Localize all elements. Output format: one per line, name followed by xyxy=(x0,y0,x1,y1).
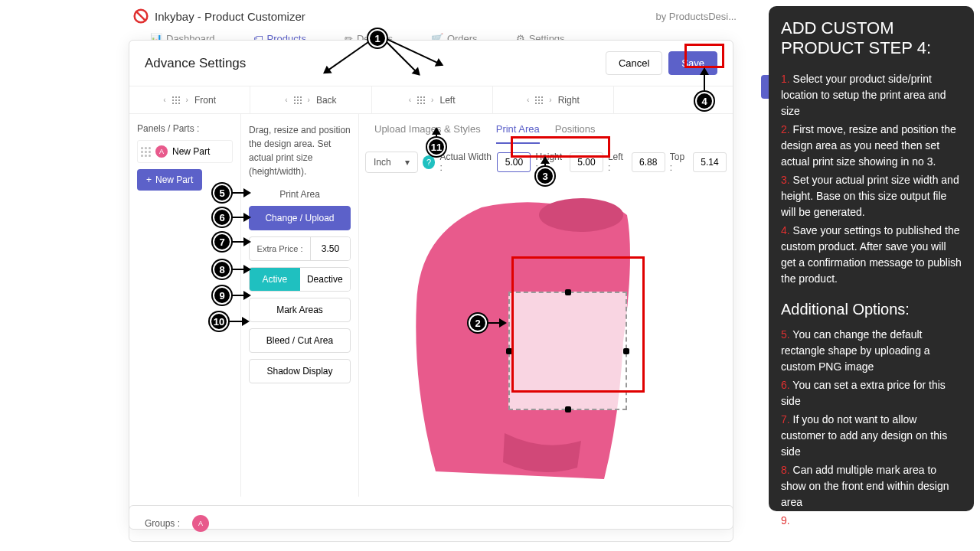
product-canvas[interactable] xyxy=(367,181,725,487)
callout-2: 2 xyxy=(469,314,487,332)
arrow xyxy=(704,69,705,92)
print-area-panel: Drag, resize and position the design are… xyxy=(240,114,359,497)
arrow xyxy=(487,322,505,324)
group-badge[interactable]: A xyxy=(192,515,209,532)
arrow xyxy=(231,241,250,243)
callout-11: 11 xyxy=(427,138,446,156)
app-logo-icon xyxy=(133,8,149,24)
part-badge: A xyxy=(155,145,168,158)
callout-6: 6 xyxy=(213,208,231,227)
groups-footer: Groups : A xyxy=(129,505,733,542)
side-tabs: ‹›Front ‹›Back ‹›Left ‹›Right xyxy=(129,86,733,114)
callout-10: 10 xyxy=(210,312,228,331)
mark-areas-button[interactable]: Mark Areas xyxy=(249,298,351,322)
resize-handle[interactable] xyxy=(565,289,571,295)
svg-point-1 xyxy=(539,198,623,232)
top-input[interactable] xyxy=(693,152,727,172)
arrow xyxy=(231,192,250,194)
tab-upload-images[interactable]: Upload Images & Styles xyxy=(374,123,481,144)
side-tab-left[interactable]: ‹›Left xyxy=(372,86,493,113)
deactive-button[interactable]: Deactive xyxy=(300,268,351,291)
section-title: Print Area xyxy=(249,189,351,200)
app-byline: by ProductsDesi... xyxy=(656,11,737,22)
help-text: Drag, resize and position the design are… xyxy=(249,123,351,178)
help-icon[interactable]: ? xyxy=(423,155,436,169)
height-input[interactable] xyxy=(570,152,603,172)
side-tab-back[interactable]: ‹›Back xyxy=(250,86,371,113)
arrow xyxy=(231,269,250,270)
side-tab-right[interactable]: ‹›Right xyxy=(493,86,614,113)
extra-price-input[interactable] xyxy=(310,237,350,260)
settings-modal: Advance Settings Cancel Save ‹›Front ‹›B… xyxy=(129,40,733,530)
resize-handle[interactable] xyxy=(565,406,571,412)
callout-4: 4 xyxy=(695,92,714,110)
instructions-panel: ADD CUSTOM PRODUCT STEP 4: 1. Select you… xyxy=(769,6,974,511)
resize-handle[interactable] xyxy=(623,348,629,354)
side-tab-front[interactable]: ‹›Front xyxy=(129,86,250,113)
arrow xyxy=(231,217,250,218)
modal-title: Advance Settings xyxy=(145,56,246,71)
width-input[interactable] xyxy=(497,152,531,172)
extra-price-row: Extra Price : xyxy=(249,236,351,261)
callout-9: 9 xyxy=(213,286,231,305)
design-area[interactable] xyxy=(508,292,627,410)
resize-handle[interactable] xyxy=(506,348,512,354)
app-header: Inkybay - Product Customizer by Products… xyxy=(127,5,743,28)
tab-print-area[interactable]: Print Area xyxy=(496,123,540,144)
app-title: Inkybay - Product Customizer xyxy=(155,10,305,23)
cancel-button[interactable]: Cancel xyxy=(606,51,662,75)
callout-8: 8 xyxy=(213,260,231,279)
shadow-display-button[interactable]: Shadow Display xyxy=(249,359,351,383)
drag-handle-icon[interactable] xyxy=(141,147,151,157)
panels-label: Panels / Parts : xyxy=(137,123,233,134)
save-button[interactable]: Save xyxy=(668,51,717,75)
tab-positions[interactable]: Positions xyxy=(555,123,596,144)
left-input[interactable] xyxy=(632,152,665,172)
change-upload-button[interactable]: Change / Upload xyxy=(249,206,351,230)
callout-3: 3 xyxy=(536,167,554,185)
panels-sidebar: Panels / Parts : A New Part + New Part xyxy=(129,114,240,497)
callout-7: 7 xyxy=(213,233,231,251)
arrow xyxy=(230,321,248,322)
callout-1: 1 xyxy=(368,29,387,47)
active-toggle: Active Deactive xyxy=(249,267,351,292)
info-title: ADD CUSTOM PRODUCT STEP 4: xyxy=(781,18,962,59)
add-part-button[interactable]: + New Part xyxy=(137,169,202,191)
callout-5: 5 xyxy=(213,184,231,202)
unit-select[interactable]: Inch▾ xyxy=(365,152,418,173)
bleed-cut-button[interactable]: Bleed / Cut Area xyxy=(249,328,351,353)
chevron-down-icon: ▾ xyxy=(405,157,410,168)
active-button[interactable]: Active xyxy=(250,268,300,291)
part-item[interactable]: A New Part xyxy=(137,140,233,163)
arrow xyxy=(231,295,250,296)
